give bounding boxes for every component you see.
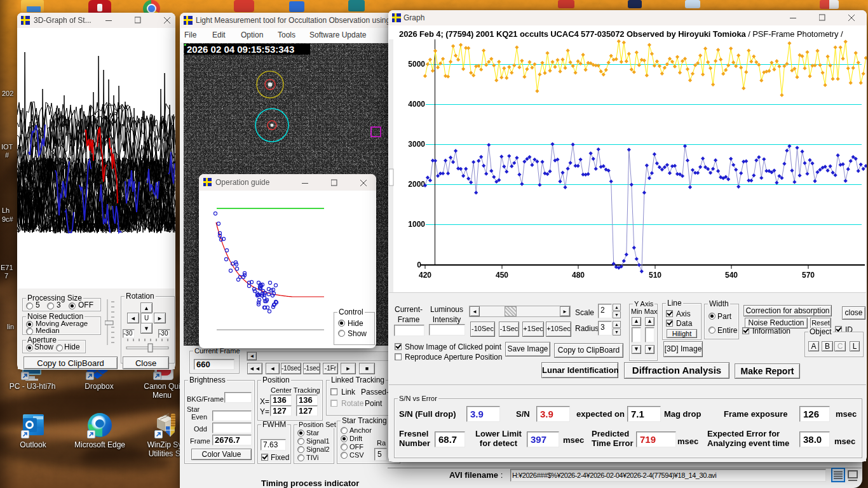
svg-text:540: 540 <box>725 271 738 280</box>
svg-text:3000: 3000 <box>408 140 425 149</box>
svg-text:1000: 1000 <box>408 220 425 229</box>
svg-text:2000: 2000 <box>408 180 425 189</box>
svg-text:5000: 5000 <box>408 60 425 69</box>
svg-text:480: 480 <box>572 271 585 280</box>
svg-text:510: 510 <box>649 271 661 280</box>
svg-text:450: 450 <box>496 271 508 280</box>
svg-text:2026 02 04 09:15:53:343: 2026 02 04 09:15:53:343 <box>187 44 294 55</box>
svg-text:4000: 4000 <box>408 100 425 109</box>
svg-text:420: 420 <box>419 271 431 280</box>
svg-text:570: 570 <box>802 271 815 280</box>
